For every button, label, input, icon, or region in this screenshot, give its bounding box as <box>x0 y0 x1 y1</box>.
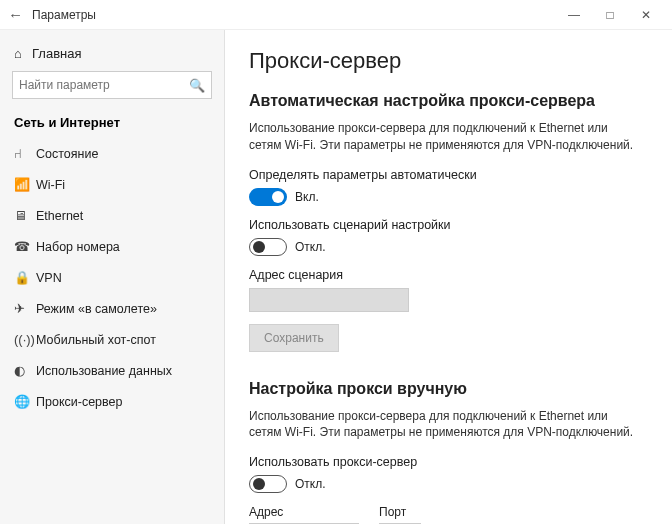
manual-heading: Настройка прокси вручную <box>249 380 648 398</box>
detect-label: Определять параметры автоматически <box>249 168 648 182</box>
search-input[interactable] <box>19 78 189 92</box>
sidebar-item-label: VPN <box>36 271 62 285</box>
manual-proxy-section: Настройка прокси вручную Использование п… <box>249 380 648 524</box>
auto-proxy-section: Автоматическая настройка прокси-сервера … <box>249 92 648 370</box>
sidebar-item-status[interactable]: ⑁ Состояние <box>0 138 224 169</box>
sidebar-item-hotspot[interactable]: ((·)) Мобильный хот-спот <box>0 324 224 355</box>
sidebar-item-ethernet[interactable]: 🖥 Ethernet <box>0 200 224 231</box>
sidebar-item-label: Использование данных <box>36 364 172 378</box>
use-proxy-toggle[interactable] <box>249 475 287 493</box>
home-icon: ⌂ <box>14 46 32 61</box>
home-link[interactable]: ⌂ Главная <box>0 40 224 71</box>
sidebar-item-label: Режим «в самолете» <box>36 302 157 316</box>
search-box[interactable]: 🔍 <box>12 71 212 99</box>
content: Прокси-сервер Автоматическая настройка п… <box>225 30 672 524</box>
sidebar-item-label: Прокси-сервер <box>36 395 122 409</box>
sidebar-item-label: Состояние <box>36 147 98 161</box>
auto-description: Использование прокси-сервера для подключ… <box>249 120 639 154</box>
sidebar-item-datausage[interactable]: ◐ Использование данных <box>0 355 224 386</box>
globe-icon: 🌐 <box>14 394 36 409</box>
search-icon: 🔍 <box>189 78 205 93</box>
back-button[interactable]: ← <box>8 6 28 23</box>
address-label: Адрес <box>249 505 359 519</box>
section-title: Сеть и Интернет <box>0 109 224 138</box>
titlebar: ← Параметры — □ ✕ <box>0 0 672 30</box>
script-state: Откл. <box>295 240 326 254</box>
script-toggle[interactable] <box>249 238 287 256</box>
datausage-icon: ◐ <box>14 363 36 378</box>
close-button[interactable]: ✕ <box>628 8 664 22</box>
wifi-icon: 📶 <box>14 177 36 192</box>
port-label: Порт <box>379 505 421 519</box>
sidebar-item-vpn[interactable]: 🔒 VPN <box>0 262 224 293</box>
sidebar-item-wifi[interactable]: 📶 Wi-Fi <box>0 169 224 200</box>
manual-description: Использование прокси-сервера для подключ… <box>249 408 639 442</box>
script-label: Использовать сценарий настройки <box>249 218 648 232</box>
sidebar-item-label: Ethernet <box>36 209 83 223</box>
vpn-icon: 🔒 <box>14 270 36 285</box>
detect-state: Вкл. <box>295 190 319 204</box>
save-button: Сохранить <box>249 324 339 352</box>
sidebar-item-dialup[interactable]: ☎ Набор номера <box>0 231 224 262</box>
home-label: Главная <box>32 46 81 61</box>
airplane-icon: ✈ <box>14 301 36 316</box>
use-proxy-state: Откл. <box>295 477 326 491</box>
sidebar: ⌂ Главная 🔍 Сеть и Интернет ⑁ Состояние … <box>0 30 225 524</box>
sidebar-item-proxy[interactable]: 🌐 Прокси-сервер <box>0 386 224 417</box>
use-proxy-label: Использовать прокси-сервер <box>249 455 648 469</box>
dialup-icon: ☎ <box>14 239 36 254</box>
hotspot-icon: ((·)) <box>14 332 36 347</box>
sidebar-item-airplane[interactable]: ✈ Режим «в самолете» <box>0 293 224 324</box>
sidebar-item-label: Мобильный хот-спот <box>36 333 156 347</box>
window-title: Параметры <box>32 8 96 22</box>
ethernet-icon: 🖥 <box>14 208 36 223</box>
minimize-button[interactable]: — <box>556 8 592 22</box>
sidebar-item-label: Набор номера <box>36 240 120 254</box>
script-address-input[interactable] <box>249 288 409 312</box>
script-address-label: Адрес сценария <box>249 268 648 282</box>
auto-heading: Автоматическая настройка прокси-сервера <box>249 92 648 110</box>
status-icon: ⑁ <box>14 146 36 161</box>
sidebar-item-label: Wi-Fi <box>36 178 65 192</box>
detect-toggle[interactable] <box>249 188 287 206</box>
maximize-button[interactable]: □ <box>592 8 628 22</box>
page-title: Прокси-сервер <box>249 48 648 74</box>
